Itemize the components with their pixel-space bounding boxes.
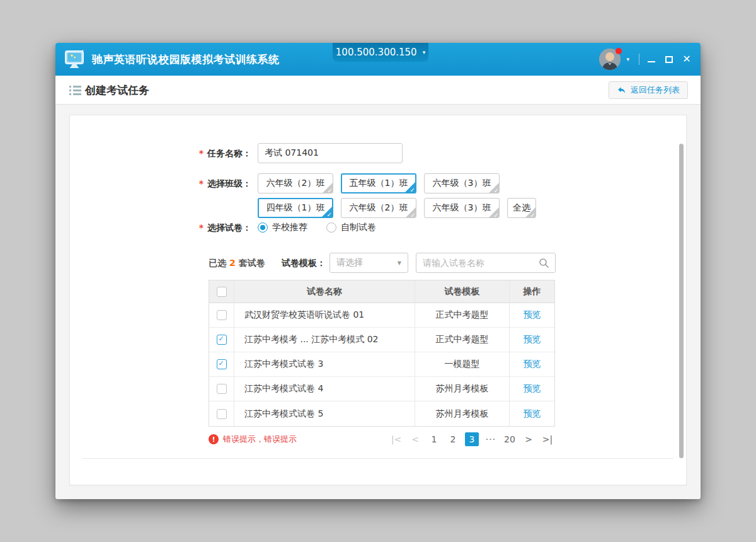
class-option-button[interactable]: 六年级（3）班 (424, 173, 500, 193)
radio-icon (258, 222, 268, 233)
class-option-label: 六年级（2）班 (266, 178, 325, 189)
paper-action-cell: 预览 (510, 328, 554, 352)
selected-count: 2 (229, 258, 236, 268)
row-checkbox[interactable] (217, 335, 227, 345)
class-option-label: 六年级（3）班 (433, 202, 491, 214)
pagination-page[interactable]: 1 (427, 432, 441, 446)
minimize-icon (648, 61, 655, 62)
user-avatar[interactable] (599, 49, 621, 70)
back-to-task-list-button[interactable]: 返回任务列表 (609, 81, 688, 99)
table-row: 江苏中考模式试卷 3 一模题型 预览 (209, 352, 554, 377)
row-checkbox-cell (209, 303, 234, 327)
radio-label: 自制试卷 (341, 222, 376, 233)
class-option-button[interactable]: 六年级（2）班 (258, 173, 333, 193)
radio-icon (326, 222, 336, 233)
content-area: *任务名称： *选择班级： 六年级（2）班 五年级（1）班 六年级（3）班 四年… (55, 105, 701, 499)
paper-source-radio[interactable]: 自制试卷 (326, 222, 376, 233)
back-arrow-icon (617, 86, 626, 95)
chevron-down-icon: ▾ (423, 49, 426, 55)
row-checkbox[interactable] (217, 384, 227, 394)
column-header-template: 试卷模板 (415, 280, 510, 303)
row-checkbox[interactable] (217, 310, 227, 320)
pagination-page[interactable]: 3 (465, 432, 479, 446)
page-header: 创建考试任务 返回任务列表 (55, 76, 701, 105)
paper-action-cell: 预览 (510, 377, 554, 401)
table-row: 武汉财贸学校英语听说试卷 01 正式中考题型 预览 (209, 303, 554, 328)
preview-link[interactable]: 预览 (524, 408, 541, 420)
titlebar-separator (639, 54, 639, 65)
row-checkbox-cell (209, 377, 234, 401)
pagination-page[interactable]: 20 (503, 432, 517, 446)
paper-template-cell: 苏州月考模板 (415, 401, 510, 426)
task-name-input[interactable] (258, 143, 403, 163)
back-button-label: 返回任务列表 (631, 84, 680, 96)
row-checkbox-cell (209, 328, 234, 352)
class-option-button[interactable]: 五年级（1）班 (341, 173, 416, 193)
row-checkbox[interactable] (217, 409, 227, 419)
page-title: 创建考试任务 (85, 76, 149, 105)
paper-source-options: 学校推荐 自制试卷 (258, 221, 376, 234)
class-option-button[interactable]: 六年级（3）班 (424, 198, 500, 218)
paper-source-radio[interactable]: 学校推荐 (258, 222, 307, 233)
class-option-button[interactable]: 全选 (507, 198, 536, 218)
user-menu-caret-icon[interactable]: ▾ (626, 56, 629, 62)
paper-name-cell: 武汉财贸学校英语听说试卷 01 (234, 303, 415, 327)
template-filter-value: 请选择 (336, 257, 363, 268)
paper-name-cell: 江苏中考模式试卷 5 (234, 401, 415, 426)
server-ip-value: 100.500.300.150 (336, 47, 417, 58)
titlebar-right: ▾ ✕ (599, 43, 696, 76)
paper-action-cell: 预览 (510, 352, 554, 376)
pagination-ellipsis: ··· (484, 432, 498, 446)
paper-template-cell: 一模题型 (415, 352, 510, 376)
server-ip-dropdown[interactable]: 100.500.300.150 ▾ (333, 43, 428, 62)
maximize-button[interactable] (660, 43, 678, 76)
error-message: ! 错误提示，错误提示 (209, 434, 297, 445)
paper-template-cell: 正式中考题型 (415, 303, 510, 327)
scrollbar-thumb[interactable] (679, 144, 684, 458)
paper-template-cell: 苏州月考模板 (415, 377, 510, 401)
required-asterisk: * (199, 222, 203, 233)
class-option-label: 全选 (513, 202, 530, 214)
table-body: 武汉财贸学校英语听说试卷 01 正式中考题型 预览 江苏中考模考 ... 江苏中… (209, 303, 554, 426)
class-option-label: 五年级（1）班 (350, 178, 408, 189)
form-card: *任务名称： *选择班级： 六年级（2）班 五年级（1）班 六年级（3）班 四年… (69, 115, 687, 485)
pagination-nav[interactable]: >| (541, 432, 554, 446)
task-name-label: *任务名称： (70, 143, 251, 163)
table-header-row: 试卷名称 试卷模板 操作 (209, 280, 554, 303)
class-option-button[interactable]: 六年级（2）班 (341, 198, 416, 218)
required-asterisk: * (199, 178, 203, 188)
header-checkbox-cell (209, 280, 234, 303)
template-filter-label: 试卷模板： (270, 253, 326, 273)
class-select-label: *选择班级： (70, 173, 251, 193)
close-icon: ✕ (682, 54, 690, 64)
select-caret-icon: ▼ (398, 260, 401, 266)
app-window: 驰声英语听说校园版模拟考试训练系统 100.500.300.150 ▾ ▾ (55, 43, 701, 499)
row-checkbox-cell (209, 352, 234, 376)
row-checkbox[interactable] (217, 359, 227, 369)
paper-table: 试卷名称 试卷模板 操作 武汉财贸学校英语听说试卷 01 正式中考题型 预览 江… (209, 280, 555, 427)
minimize-button[interactable] (643, 43, 660, 76)
class-options-row-2: 四年级（1）班 六年级（2）班 六年级（3）班 全选 (258, 198, 536, 218)
preview-link[interactable]: 预览 (524, 334, 541, 345)
class-options-row-1: 六年级（2）班 五年级（1）班 六年级（3）班 (258, 173, 500, 193)
class-option-label: 四年级（1）班 (266, 202, 325, 214)
select-all-checkbox[interactable] (217, 287, 227, 297)
template-filter-select[interactable]: 请选择 ▼ (329, 253, 408, 273)
table-row: 江苏中考模式试卷 4 苏州月考模板 预览 (209, 377, 554, 401)
preview-link[interactable]: 预览 (524, 309, 541, 321)
paper-search-input[interactable] (416, 253, 530, 272)
pagination-nav[interactable]: > (522, 432, 536, 446)
paper-search-box (416, 253, 556, 273)
notification-dot (616, 48, 622, 54)
class-option-label: 六年级（3）班 (433, 178, 491, 189)
preview-link[interactable]: 预览 (524, 383, 541, 395)
close-button[interactable]: ✕ (678, 43, 696, 76)
paper-action-cell: 预览 (510, 303, 554, 327)
preview-link[interactable]: 预览 (524, 359, 541, 370)
search-icon[interactable] (539, 258, 549, 271)
pagination-nav: |< (389, 432, 403, 446)
table-row: 江苏中考模式试卷 5 苏州月考模板 预览 (209, 401, 554, 426)
pagination-page[interactable]: 2 (446, 432, 460, 446)
maximize-icon (665, 56, 673, 63)
class-option-button[interactable]: 四年级（1）班 (258, 198, 333, 218)
